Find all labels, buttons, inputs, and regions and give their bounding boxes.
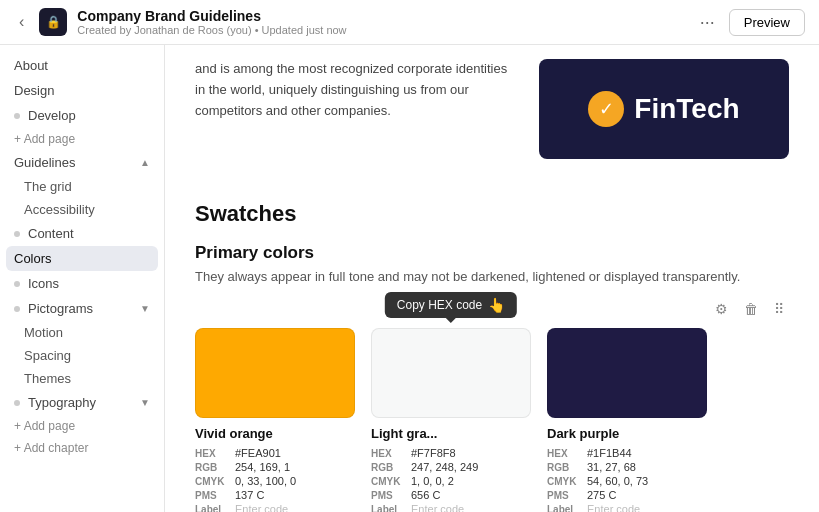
fintech-banner: ✓ FinTech <box>539 59 789 159</box>
preview-button[interactable]: Preview <box>729 9 805 36</box>
swatch-card-dark-purple: Dark purple HEX #1F1B44 RGB 31, 27, 68 C… <box>547 328 707 512</box>
swatch-label-dark-purple: Enter code <box>587 503 640 512</box>
primary-colors-title: Primary colors <box>195 243 789 263</box>
swatch-color-vivid-orange <box>195 328 355 418</box>
swatch-pms-row-dark-purple: PMS 275 C <box>547 489 707 501</box>
swatch-rgb-row-dark-purple: RGB 31, 27, 68 <box>547 461 707 473</box>
sidebar-item-about[interactable]: About <box>0 53 164 78</box>
swatch-hex-row-light-gray: HEX #F7F8F8 <box>371 447 531 459</box>
swatch-pms-light-gray: 656 C <box>411 489 440 501</box>
swatch-hex-row-vivid-orange: HEX #FEA901 <box>195 447 355 459</box>
sidebar-item-typography[interactable]: Typography ▼ <box>0 390 164 415</box>
settings-button[interactable]: ⚙ <box>710 298 733 320</box>
swatches-section: Swatches Primary colors They always appe… <box>195 191 789 512</box>
swatch-rgb-light-gray: 247, 248, 249 <box>411 461 478 473</box>
more-button[interactable]: ··· <box>694 10 721 35</box>
swatches-title: Swatches <box>195 191 789 227</box>
bullet-icon <box>14 400 20 406</box>
swatch-hex-light-gray: #F7F8F8 <box>411 447 456 459</box>
sidebar-item-content[interactable]: Content <box>0 221 164 246</box>
swatch-cmyk-light-gray: 1, 0, 0, 2 <box>411 475 454 487</box>
swatch-color-dark-purple <box>547 328 707 418</box>
bullet-icon <box>14 306 20 312</box>
add-page-button-1[interactable]: + Add page <box>0 128 164 150</box>
fintech-brand-name: FinTech <box>634 93 739 125</box>
swatch-cmyk-dark-purple: 54, 60, 0, 73 <box>587 475 648 487</box>
swatch-label-light-gray: Enter code <box>411 503 464 512</box>
swatch-name-vivid-orange: Vivid orange <box>195 426 355 441</box>
bullet-icon <box>14 231 20 237</box>
sidebar-item-themes[interactable]: Themes <box>0 367 164 390</box>
swatch-card-vivid-orange: Vivid orange HEX #FEA901 RGB 254, 169, 1… <box>195 328 355 512</box>
swatch-card-light-gray: Copy HEX code 👆 Light gra... HEX #F7F8F8… <box>371 328 531 512</box>
delete-button[interactable]: 🗑 <box>739 298 763 320</box>
cursor-icon: 👆 <box>488 297 505 313</box>
swatch-rgb-dark-purple: 31, 27, 68 <box>587 461 636 473</box>
chevron-down-icon: ▼ <box>140 303 150 314</box>
swatch-color-light-gray <box>371 328 531 418</box>
fintech-check-icon: ✓ <box>588 91 624 127</box>
swatch-name-light-gray: Light gra... <box>371 426 531 441</box>
content-inner: and is among the most recognized corpora… <box>165 45 819 512</box>
intro-text: and is among the most recognized corpora… <box>195 59 519 121</box>
sidebar-item-colors[interactable]: Colors <box>6 246 158 271</box>
back-button[interactable]: ‹ <box>14 11 29 33</box>
swatch-cmyk-row-light-gray: CMYK 1, 0, 0, 2 <box>371 475 531 487</box>
sidebar-item-design[interactable]: Design <box>0 78 164 103</box>
sidebar-item-motion[interactable]: Motion <box>0 321 164 344</box>
swatch-label-row-dark-purple: Label Enter code <box>547 503 707 512</box>
swatch-hex-dark-purple: #1F1B44 <box>587 447 632 459</box>
swatch-pms-row-light-gray: PMS 656 C <box>371 489 531 501</box>
sidebar-item-spacing[interactable]: Spacing <box>0 344 164 367</box>
tooltip-label: Copy HEX code <box>397 298 482 312</box>
swatches-grid: Vivid orange HEX #FEA901 RGB 254, 169, 1… <box>195 328 789 512</box>
main-layout: About Design Develop + Add page Guidelin… <box>0 45 819 512</box>
swatch-cmyk-row-vivid-orange: CMYK 0, 33, 100, 0 <box>195 475 355 487</box>
sidebar-item-the-grid[interactable]: The grid <box>0 175 164 198</box>
swatch-rgb-row-light-gray: RGB 247, 248, 249 <box>371 461 531 473</box>
swatch-label-vivid-orange: Enter code <box>235 503 288 512</box>
sidebar-item-pictograms[interactable]: Pictograms ▼ <box>0 296 164 321</box>
doc-info: Company Brand Guidelines Created by Jona… <box>77 8 346 36</box>
swatch-cmyk-row-dark-purple: CMYK 54, 60, 0, 73 <box>547 475 707 487</box>
sidebar-item-guidelines[interactable]: Guidelines ▲ <box>0 150 164 175</box>
swatch-hex-row-dark-purple: HEX #1F1B44 <box>547 447 707 459</box>
bullet-icon <box>14 113 20 119</box>
primary-colors-desc: They always appear in full tone and may … <box>195 269 789 284</box>
add-page-button-2[interactable]: + Add page <box>0 415 164 437</box>
add-chapter-button[interactable]: + Add chapter <box>0 437 164 459</box>
swatch-pms-row-vivid-orange: PMS 137 C <box>195 489 355 501</box>
fintech-logo: ✓ FinTech <box>588 91 739 127</box>
intro-text-block: and is among the most recognized corpora… <box>195 59 519 175</box>
swatch-name-dark-purple: Dark purple <box>547 426 707 441</box>
bullet-icon <box>14 281 20 287</box>
doc-meta: Created by Jonathan de Roos (you) • Upda… <box>77 24 346 36</box>
swatch-label-row-light-gray: Label Enter code <box>371 503 531 512</box>
doc-title: Company Brand Guidelines <box>77 8 346 24</box>
sidebar: About Design Develop + Add page Guidelin… <box>0 45 165 512</box>
swatch-pms-vivid-orange: 137 C <box>235 489 264 501</box>
sidebar-item-icons[interactable]: Icons <box>0 271 164 296</box>
nav-controls: ‹ <box>14 11 29 33</box>
top-bar: ‹ 🔒 Company Brand Guidelines Created by … <box>0 0 819 45</box>
top-bar-right: ··· Preview <box>694 9 805 36</box>
swatch-pms-dark-purple: 275 C <box>587 489 616 501</box>
chevron-down-icon: ▼ <box>140 397 150 408</box>
swatch-rgb-vivid-orange: 254, 169, 1 <box>235 461 290 473</box>
sidebar-item-accessibility[interactable]: Accessibility <box>0 198 164 221</box>
swatch-hex-vivid-orange: #FEA901 <box>235 447 281 459</box>
top-bar-left: ‹ 🔒 Company Brand Guidelines Created by … <box>14 8 347 36</box>
lock-icon: 🔒 <box>39 8 67 36</box>
chevron-up-icon: ▲ <box>140 157 150 168</box>
content-area: and is among the most recognized corpora… <box>165 45 819 512</box>
drag-button[interactable]: ⠿ <box>769 298 789 320</box>
swatch-cmyk-vivid-orange: 0, 33, 100, 0 <box>235 475 296 487</box>
sidebar-item-develop[interactable]: Develop <box>0 103 164 128</box>
copy-hex-tooltip: Copy HEX code 👆 <box>385 292 517 318</box>
swatch-rgb-row-vivid-orange: RGB 254, 169, 1 <box>195 461 355 473</box>
swatch-label-row-vivid-orange: Label Enter code <box>195 503 355 512</box>
